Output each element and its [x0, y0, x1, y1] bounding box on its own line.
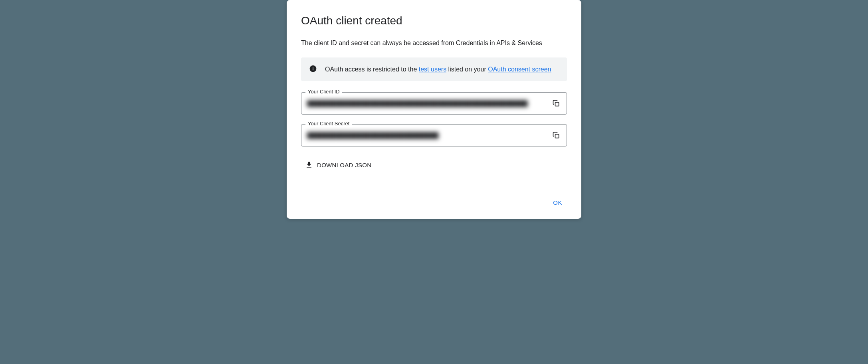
- svg-rect-1: [555, 135, 559, 138]
- copy-icon: [552, 99, 560, 107]
- oauth-consent-link[interactable]: OAuth consent screen: [488, 66, 551, 73]
- oauth-client-dialog: OAuth client created The client ID and s…: [287, 0, 581, 219]
- download-json-label: DOWNLOAD JSON: [317, 162, 371, 168]
- info-text-middle: listed on your: [446, 66, 488, 73]
- dialog-description: The client ID and secret can always be a…: [301, 38, 567, 48]
- info-icon: [309, 65, 317, 73]
- client-secret-field: Your Client Secret █████████████████████…: [301, 124, 567, 146]
- client-secret-value: ███████████████████████████████: [307, 132, 547, 139]
- client-secret-field-group: Your Client Secret █████████████████████…: [301, 124, 567, 146]
- svg-rect-0: [555, 103, 559, 106]
- info-text-prefix: OAuth access is restricted to the: [325, 66, 419, 73]
- test-users-link[interactable]: test users: [419, 66, 446, 73]
- client-secret-label: Your Client Secret: [305, 121, 352, 127]
- dialog-actions: OK: [301, 196, 567, 209]
- copy-client-secret-button[interactable]: [550, 129, 563, 142]
- client-id-value: ████████████████████████████████████████…: [307, 100, 547, 107]
- info-banner-text: OAuth access is restricted to the test u…: [325, 64, 551, 75]
- dialog-title: OAuth client created: [301, 14, 567, 27]
- copy-icon: [552, 131, 560, 139]
- client-id-field-group: Your Client ID █████████████████████████…: [301, 92, 567, 115]
- download-icon: [305, 161, 313, 169]
- download-json-button[interactable]: DOWNLOAD JSON: [301, 158, 375, 172]
- copy-client-id-button[interactable]: [550, 97, 563, 110]
- info-banner: OAuth access is restricted to the test u…: [301, 57, 567, 81]
- client-id-label: Your Client ID: [305, 89, 342, 95]
- client-id-field: Your Client ID █████████████████████████…: [301, 92, 567, 115]
- ok-button[interactable]: OK: [548, 196, 567, 209]
